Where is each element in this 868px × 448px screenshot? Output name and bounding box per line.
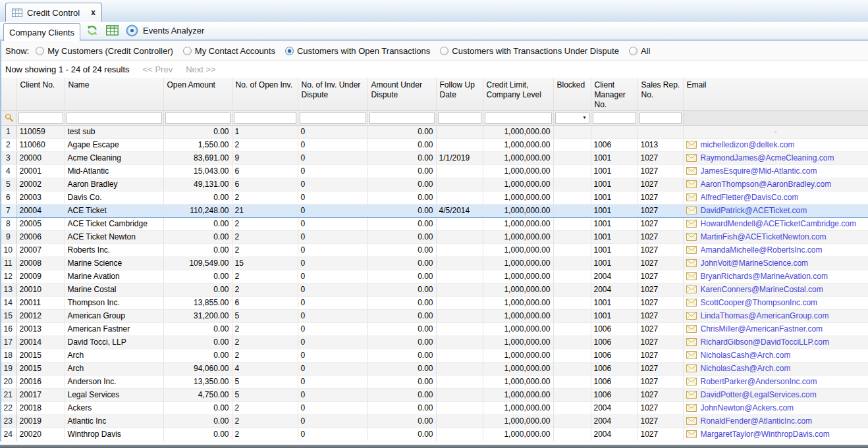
table-row[interactable]: 320000Acme Cleaning83,691.00900.001/1/20…	[0, 151, 868, 164]
cell-sales_rep_no[interactable]: 1027	[637, 283, 683, 296]
row-number-cell[interactable]: 14	[0, 296, 16, 309]
cell-name[interactable]: Davis Co.	[65, 191, 163, 204]
magnifier-icon[interactable]	[5, 113, 13, 122]
cell-credit_limit[interactable]: 1,000,000.00	[483, 322, 553, 336]
email-link[interactable]: BryanRichards@MarineAvation.com	[701, 270, 828, 283]
cell-email[interactable]: MartinFish@ACETicketNewton.com	[683, 230, 868, 243]
cell-email[interactable]: RonaldFender@AtlanticInc.com	[683, 414, 868, 428]
email-link[interactable]: NicholasCash@Arch.com	[701, 349, 791, 362]
cell-client_no[interactable]: 20009	[16, 270, 65, 283]
cell-inv_under_dispute[interactable]: 0	[298, 191, 367, 204]
cell-open_amount[interactable]: 94,060.00	[163, 362, 232, 375]
cell-amount_under_dispute[interactable]: 0.00	[367, 401, 436, 414]
cell-amount_under_dispute[interactable]: 0.00	[367, 125, 436, 138]
cell-follow_up_date[interactable]	[436, 138, 483, 151]
email-link[interactable]: LindaThomas@AmericanGroup.com	[701, 310, 829, 322]
cell-client_manager_no[interactable]: 1001	[591, 217, 637, 230]
table-row[interactable]: 1020007Roberts Inc.0.00200.001,000,000.0…	[0, 243, 868, 257]
cell-client_manager_no[interactable]: 1006	[591, 362, 637, 375]
cell-client_no[interactable]: 20013	[16, 322, 65, 336]
cell-credit_limit[interactable]: 1,000,000.00	[483, 388, 553, 401]
cell-follow_up_date[interactable]	[436, 296, 483, 309]
cell-name[interactable]: Mid-Atlantic	[65, 164, 163, 178]
email-link[interactable]: AaronThompson@AaronBradley.com	[701, 178, 832, 191]
table-row[interactable]: 1120008Marine Science109,549.001500.001,…	[0, 257, 868, 270]
cell-client_no[interactable]: 20004	[16, 204, 65, 217]
cell-client_manager_no[interactable]: 1001	[591, 164, 637, 178]
cell-inv_under_dispute[interactable]: 0	[298, 151, 367, 164]
cell-follow_up_date[interactable]: 4/5/2014	[436, 204, 483, 217]
cell-email[interactable]: JohnVoit@MarineScience.com	[683, 257, 868, 270]
cell-open_inv[interactable]: 5	[232, 388, 298, 401]
table-row[interactable]: 1220009Marine Avation0.00200.001,000,000…	[0, 270, 868, 283]
cell-name[interactable]: American Fastner	[65, 322, 163, 336]
row-number-cell[interactable]: 8	[0, 217, 16, 230]
cell-email[interactable]: ScottCooper@ThompsonInc.com	[683, 296, 868, 309]
cell-follow_up_date[interactable]	[436, 401, 483, 414]
cell-client_no[interactable]: 20012	[16, 309, 65, 322]
cell-open_amount[interactable]: 110,248.00	[163, 204, 232, 217]
cell-inv_under_dispute[interactable]: 0	[298, 362, 367, 375]
cell-credit_limit[interactable]: 1,000,000.00	[483, 270, 553, 283]
cell-open_inv[interactable]: 9	[232, 151, 298, 164]
cell-follow_up_date[interactable]	[436, 349, 483, 362]
filter-input-sales_rep_no[interactable]	[639, 112, 682, 124]
cell-sales_rep_no[interactable]: 1027	[637, 322, 683, 336]
table-row[interactable]: 1620013American Fastner0.00200.001,000,0…	[0, 322, 868, 336]
cell-credit_limit[interactable]: 1,000,000.00	[483, 138, 553, 151]
tab-credit-control[interactable]: Credit Control x	[5, 3, 102, 22]
cell-amount_under_dispute[interactable]: 0.00	[367, 349, 436, 362]
email-link[interactable]: JamesEsquire@Mid-Atlantic.com	[701, 165, 817, 178]
cell-credit_limit[interactable]: 1,000,000.00	[483, 349, 553, 362]
cell-amount_under_dispute[interactable]: 0.00	[367, 388, 436, 401]
cell-amount_under_dispute[interactable]: 0.00	[367, 322, 436, 336]
table-row[interactable]: 1820015Arch0.00200.001,000,000.001006102…	[0, 349, 868, 362]
cell-amount_under_dispute[interactable]: 0.00	[367, 164, 436, 178]
cell-email[interactable]: MargaretTaylor@WinthropDavis.com	[683, 428, 868, 441]
cell-client_manager_no[interactable]: 1006	[591, 375, 637, 388]
email-link[interactable]: DavidPotter@LegalServices.com	[701, 389, 817, 401]
table-grid-icon[interactable]	[106, 25, 119, 36]
cell-open_inv[interactable]: 5	[232, 375, 298, 388]
cell-sales_rep_no[interactable]: 1027	[637, 178, 683, 191]
radio-icon[interactable]	[629, 47, 637, 55]
cell-credit_limit[interactable]: 1,000,000.00	[483, 164, 553, 178]
cell-blocked[interactable]	[553, 349, 591, 362]
col-header-name[interactable]: Name	[65, 78, 163, 111]
col-header-inv_under_dispute[interactable]: No. of Inv. Under Dispute	[298, 78, 367, 111]
cell-follow_up_date[interactable]	[436, 414, 483, 428]
cell-open_inv[interactable]: 2	[232, 283, 298, 296]
radio-option[interactable]: My Contact Accounts	[183, 46, 275, 56]
cell-client_manager_no[interactable]: 1001	[591, 204, 637, 217]
col-header-client_no[interactable]: Client No.	[16, 78, 65, 111]
cell-open_amount[interactable]: 0.00	[163, 414, 232, 428]
table-row[interactable]: 2020016Anderson Inc.13,350.00500.001,000…	[0, 375, 868, 388]
cell-open_inv[interactable]: 2	[232, 428, 298, 441]
cell-inv_under_dispute[interactable]: 0	[298, 401, 367, 414]
cell-follow_up_date[interactable]	[436, 164, 483, 178]
cell-open_inv[interactable]: 6	[232, 178, 298, 191]
cell-email[interactable]: HowardMendell@ACETicketCambridge.com	[683, 217, 868, 230]
cell-open_inv[interactable]: 2	[232, 243, 298, 257]
cell-credit_limit[interactable]: 1,000,000.00	[483, 296, 553, 309]
cell-credit_limit[interactable]: 1,000,000.00	[483, 125, 553, 138]
table-row[interactable]: 620003Davis Co.0.00200.001,000,000.00100…	[0, 191, 868, 204]
cell-client_manager_no[interactable]: 1001	[591, 178, 637, 191]
cell-open_inv[interactable]: 2	[232, 191, 298, 204]
cell-name[interactable]: Atlantic Inc	[65, 414, 163, 428]
email-link[interactable]: HowardMendell@ACETicketCambridge.com	[701, 218, 856, 230]
cell-blocked[interactable]	[553, 401, 591, 414]
radio-option[interactable]: Customers with Open Transactions	[285, 46, 430, 56]
cell-amount_under_dispute[interactable]: 0.00	[367, 375, 436, 388]
cell-amount_under_dispute[interactable]: 0.00	[367, 217, 436, 230]
cell-sales_rep_no[interactable]: 1027	[637, 151, 683, 164]
cell-blocked[interactable]	[553, 375, 591, 388]
cell-credit_limit[interactable]: 1,000,000.00	[483, 428, 553, 441]
cell-blocked[interactable]	[553, 322, 591, 336]
cell-inv_under_dispute[interactable]: 0	[298, 204, 367, 217]
cell-client_no[interactable]: 20017	[16, 388, 65, 401]
filter-input-client_manager_no[interactable]	[593, 112, 636, 124]
cell-follow_up_date[interactable]	[436, 283, 483, 296]
row-number-cell[interactable]: 20	[0, 375, 16, 388]
table-row[interactable]: 920006ACE Ticket Newton0.00200.001,000,0…	[0, 230, 868, 243]
